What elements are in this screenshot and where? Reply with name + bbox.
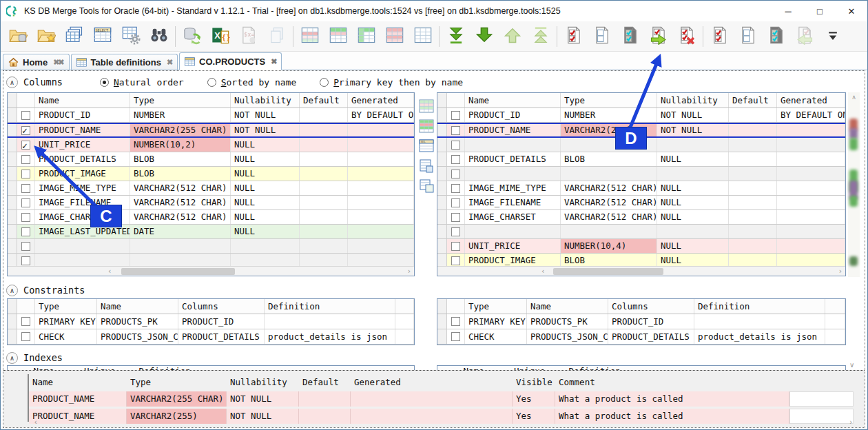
row-checkbox[interactable] [451, 317, 460, 326]
table-row[interactable]: IMAGE_MIME_TYPE VARCHAR2(512 CHAR) NULL [437, 181, 845, 196]
table-row[interactable] [437, 225, 845, 239]
jump-last-diff-button[interactable] [443, 24, 468, 49]
sort-option-primary-key-then-by-name[interactable]: Primary key then by name [320, 77, 463, 88]
row-checkbox[interactable] [21, 256, 30, 265]
scrollbar-thumb[interactable] [553, 268, 663, 275]
panel-diff-button[interactable] [418, 118, 435, 134]
collapse-columns-button[interactable]: ∧ [6, 76, 18, 88]
hint-horizontal-scrollbar[interactable]: ‹ › [29, 418, 854, 426]
invert-checks-button[interactable] [617, 24, 643, 49]
table-row[interactable]: UNIT_PRICE NUMBER(10,2) NULL [8, 138, 414, 152]
row-checkbox[interactable] [21, 227, 30, 236]
scroll-right-icon[interactable]: › [838, 267, 843, 276]
scroll-up-icon[interactable]: ∧ [848, 92, 860, 102]
row-checkbox[interactable] [21, 317, 30, 326]
row-checkbox[interactable] [21, 213, 30, 222]
row-checkbox[interactable] [21, 126, 30, 135]
toolbar-overflow-button[interactable] [820, 24, 845, 49]
table-row[interactable]: PRODUCT_DETAILS BLOB NULL [8, 152, 414, 167]
row-checkbox[interactable] [21, 141, 30, 150]
row-checkbox[interactable] [451, 170, 460, 178]
sort-option-sorted-by-name[interactable]: Sorted by name [207, 77, 297, 88]
minimize-button[interactable]: ─ [772, 1, 804, 21]
open-project-button[interactable] [5, 24, 30, 49]
uncheck-all-button[interactable] [589, 24, 614, 49]
record-edit-button[interactable] [418, 158, 435, 174]
scroll-down-icon[interactable]: ∨ [849, 361, 854, 369]
check-all-right-button[interactable] [707, 24, 732, 49]
row-checkbox[interactable] [21, 184, 30, 193]
panel-select-button[interactable]: SEL [418, 138, 435, 154]
record-copy-button[interactable] [418, 178, 435, 194]
tab-close-icon[interactable]: ✖ [271, 57, 276, 66]
row-checkbox[interactable] [451, 213, 460, 222]
horizontal-scrollbar[interactable]: ‹ › [437, 266, 845, 276]
scroll-left-icon[interactable]: ‹ [107, 267, 112, 276]
collapse-constraints-button[interactable]: ∧ [6, 285, 18, 296]
table-row[interactable]: UNIT_PRICE NUMBER(10,4) NULL [437, 239, 845, 254]
horizontal-scrollbar[interactable]: ‹ › [8, 266, 414, 276]
uncheck-all-right-button[interactable] [735, 24, 761, 49]
row-checkbox[interactable] [451, 332, 460, 341]
find-button[interactable] [146, 24, 172, 49]
maximize-button[interactable]: □ [804, 1, 836, 21]
table-row[interactable] [437, 167, 845, 181]
tab-home[interactable]: Home✖✖ [3, 54, 70, 70]
refresh-databases-button[interactable] [179, 24, 205, 49]
row-checkbox[interactable] [21, 332, 30, 341]
new-project-button[interactable] [33, 24, 59, 49]
apply-selected-left-button[interactable] [792, 24, 817, 49]
close-button[interactable]: ✕ [836, 1, 867, 21]
table-row[interactable]: PRODUCT_DETAILS BLOB NULL [437, 152, 845, 167]
row-checkbox[interactable] [451, 111, 460, 120]
panel-diff-pale-button[interactable] [418, 98, 435, 114]
table-row[interactable]: IMAGE_FILENAME VARCHAR2(512 CHAR) NULL [8, 196, 414, 210]
tab-table-definitions[interactable]: Table definitions✖ [71, 54, 178, 70]
row-checkbox[interactable] [21, 155, 30, 164]
row-checkbox[interactable] [451, 256, 460, 265]
row-checkbox[interactable] [451, 126, 460, 135]
table-row[interactable]: PRODUCT_ID NUMBER NOT NULL BY DEFAULT ON [437, 108, 845, 123]
scroll-left-icon[interactable]: ‹ [34, 418, 37, 427]
filter-all-differences-button[interactable] [297, 24, 322, 49]
scroll-left-icon[interactable]: ‹ [541, 267, 546, 276]
table-options-button[interactable] [118, 24, 143, 49]
diff-map-scrollbar[interactable]: ∧ [848, 92, 860, 277]
row-checkbox[interactable] [451, 184, 460, 193]
row-checkbox[interactable] [451, 242, 460, 251]
copy-button[interactable] [264, 24, 289, 49]
table-row[interactable] [8, 239, 414, 254]
row-checkbox[interactable] [451, 141, 460, 150]
table-row[interactable]: PRIMARY KEY PRODUCTS_PK PRODUCT_ID [437, 314, 845, 329]
jump-first-diff-button[interactable] [528, 24, 553, 49]
table-row[interactable]: PRODUCT_NAME VARCHAR2(255 CHAR) NOT NULL [8, 123, 414, 138]
prev-diff-button[interactable] [499, 24, 525, 49]
table-row[interactable]: IMAGE_MIME_TYPE VARCHAR2(512 CHAR) NULL [8, 181, 414, 196]
tab-close-icon[interactable]: ✖ [167, 58, 172, 67]
next-diff-button[interactable] [471, 24, 497, 49]
sort-option-natural-order[interactable]: Natural order [100, 77, 184, 88]
table-row[interactable]: IMAGE_LAST_UPDATED DATE NULL [8, 225, 414, 239]
row-checkbox[interactable] [21, 242, 30, 251]
data-select-button[interactable]: SELECT [90, 24, 115, 49]
table-row[interactable]: CHECK PRODUCTS_JSON_C PRODUCT_DETAILS pr… [437, 329, 845, 345]
scroll-right-icon[interactable]: › [406, 267, 411, 276]
apply-selected-right-button[interactable] [645, 24, 671, 49]
filter-left-only-button[interactable] [325, 24, 351, 49]
formula-script-button[interactable]: $x= [236, 24, 261, 49]
discard-checks-button[interactable] [674, 24, 699, 49]
row-checkbox[interactable] [451, 227, 460, 236]
table-row[interactable]: PRODUCT_IMAGE BLOB NULL [8, 167, 414, 181]
check-all-button[interactable] [561, 24, 586, 49]
filter-right-only-button[interactable] [353, 24, 379, 49]
row-checkbox[interactable] [21, 111, 30, 120]
schema-objects-button[interactable] [61, 24, 87, 49]
table-row[interactable]: PRIMARY KEY PRODUCTS_PK PRODUCT_ID [8, 314, 414, 329]
row-checkbox[interactable] [451, 155, 460, 164]
table-row[interactable]: PRODUCT_ID NUMBER NOT NULL BY DEFAULT ON [8, 108, 414, 123]
scrollbar-thumb[interactable] [121, 268, 235, 275]
table-row[interactable]: IMAGE_FILENAME VARCHAR2(512 CHAR) NULL [437, 196, 845, 210]
row-checkbox[interactable] [451, 198, 460, 207]
invert-checks-right-button[interactable] [763, 24, 789, 49]
row-checkbox[interactable] [21, 198, 30, 207]
